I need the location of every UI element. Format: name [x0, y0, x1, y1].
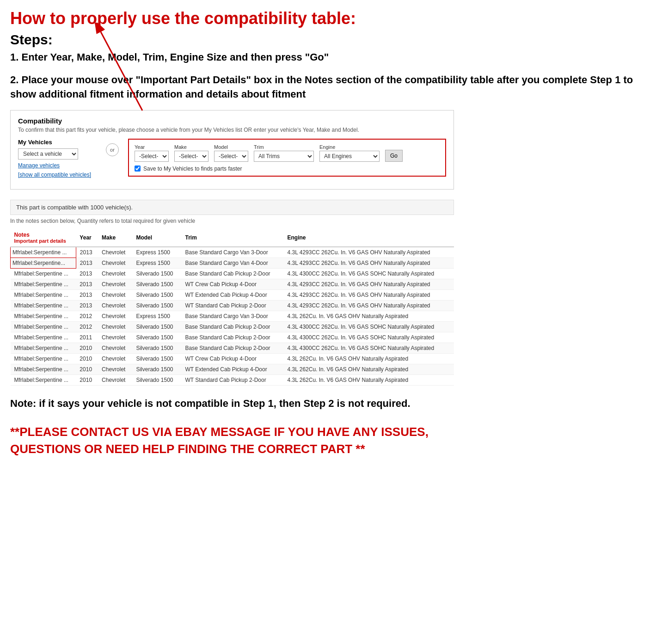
cell-make: Chevrolet — [98, 247, 132, 258]
cell-make: Chevrolet — [98, 374, 132, 385]
quantity-note: In the notes section below, Quantity ref… — [10, 218, 454, 224]
model-label: Model — [214, 144, 248, 150]
main-title: How to properly use the compatibility ta… — [10, 8, 658, 28]
table-row: Mfrlabel:Serpentine...2013ChevroletExpre… — [11, 258, 454, 268]
compat-info-bar: This part is compatible with 1000 vehicl… — [10, 200, 454, 215]
steps-label: Steps: — [10, 32, 658, 48]
cell-trim: Base Standard Cargo Van 3-Door — [182, 311, 284, 321]
cell-make: Chevrolet — [98, 258, 132, 268]
cell-model: Silverado 1500 — [132, 321, 181, 332]
year-make-section: Year -Select- Make -Select- Model -Selec… — [128, 139, 446, 177]
cell-year: 2012 — [76, 321, 98, 332]
make-field-group: Make -Select- — [174, 144, 208, 162]
trim-field-group: Trim All Trims — [254, 144, 314, 162]
cell-model: Silverado 1500 — [132, 374, 181, 385]
cell-engine: 4.3L 262Cu. In. V6 GAS OHV Naturally Asp… — [283, 364, 454, 374]
or-circle: or — [106, 143, 119, 156]
cell-engine: 4.3L 4300CC 262Cu. In. V6 GAS SOHC Natur… — [283, 343, 454, 353]
model-field-group: Model -Select- — [214, 144, 248, 162]
save-checkbox[interactable] — [135, 166, 141, 172]
step1-text: 1. Enter Year, Make, Model, Trim, Engine… — [10, 50, 658, 65]
cell-year: 2013 — [76, 279, 98, 289]
cell-make: Chevrolet — [98, 300, 132, 311]
manage-vehicles-link[interactable]: Manage vehicles — [18, 162, 97, 169]
notes-cell: Mfrlabel:Serpentine ... — [11, 353, 76, 364]
table-row: Mfrlabel:Serpentine ...2012ChevroletExpr… — [11, 311, 454, 321]
my-vehicles-section: My Vehicles Select a vehicle Manage vehi… — [18, 139, 97, 178]
year-label: Year — [135, 144, 169, 150]
make-label: Make — [174, 144, 208, 150]
cell-engine: 4.3L 4293CC 262Cu. In. V6 GAS OHV Natura… — [283, 279, 454, 289]
cell-engine: 4.3L 4300CC 262Cu. In. V6 GAS SOHC Natur… — [283, 332, 454, 343]
cell-year: 2013 — [76, 247, 98, 258]
cell-make: Chevrolet — [98, 321, 132, 332]
cell-trim: WT Standard Cab Pickup 2-Door — [182, 300, 284, 311]
go-button[interactable]: Go — [385, 150, 403, 162]
cell-make: Chevrolet — [98, 332, 132, 343]
cell-engine: 4.3L 262Cu. In. V6 GAS OHV Naturally Asp… — [283, 374, 454, 385]
cell-engine: 4.3L 262Cu. In. V6 GAS OHV Naturally Asp… — [283, 311, 454, 321]
cell-trim: Base Standard Cab Pickup 2-Door — [182, 343, 284, 353]
year-field-group: Year -Select- — [135, 144, 169, 162]
cell-engine: 4.3L 4293CC 262Cu. In. V6 GAS OHV Natura… — [283, 258, 454, 268]
compatibility-box: Compatibility To confirm that this part … — [10, 110, 454, 190]
cell-trim: WT Extended Cab Pickup 4-Door — [182, 289, 284, 300]
table-row: Mfrlabel:Serpentine ...2010ChevroletSilv… — [11, 374, 454, 385]
notes-sub-label: Important part details — [14, 238, 73, 244]
cell-trim: WT Extended Cab Pickup 4-Door — [182, 364, 284, 374]
col-trim: Trim — [182, 229, 284, 247]
contact-section: **PLEASE CONTACT US VIA EBAY MESSAGE IF … — [10, 423, 454, 457]
cell-year: 2010 — [76, 343, 98, 353]
cell-year: 2013 — [76, 258, 98, 268]
cell-year: 2011 — [76, 332, 98, 343]
cell-make: Chevrolet — [98, 364, 132, 374]
cell-make: Chevrolet — [98, 343, 132, 353]
cell-model: Silverado 1500 — [132, 353, 181, 364]
cell-model: Silverado 1500 — [132, 364, 181, 374]
cell-year: 2013 — [76, 300, 98, 311]
model-select[interactable]: -Select- — [214, 151, 248, 162]
cell-model: Silverado 1500 — [132, 279, 181, 289]
cell-make: Chevrolet — [98, 268, 132, 279]
compat-subtitle: To confirm that this part fits your vehi… — [18, 127, 446, 133]
table-row: Mfrlabel:Serpentine ...2013ChevroletSilv… — [11, 279, 454, 289]
table-row: Mfrlabel:Serpentine ...2011ChevroletSilv… — [11, 332, 454, 343]
cell-trim: WT Crew Cab Pickup 4-Door — [182, 353, 284, 364]
engine-select[interactable]: All Engines — [319, 151, 380, 162]
table-row: Mfrlabel:Serpentine ...2010ChevroletSilv… — [11, 364, 454, 374]
table-row: Mfrlabel:Serpentine ...2012ChevroletSilv… — [11, 321, 454, 332]
step2-text: 2. Place your mouse over "Important Part… — [10, 73, 658, 102]
cell-engine: 4.3L 4293CC 262Cu. In. V6 GAS OHV Natura… — [283, 247, 454, 258]
select-vehicle-dropdown[interactable]: Select a vehicle — [18, 148, 78, 159]
notes-cell: Mfrlabel:Serpentine ... — [11, 300, 76, 311]
table-row: Mfrlabel:Serpentine ...2010ChevroletSilv… — [11, 353, 454, 364]
cell-model: Silverado 1500 — [132, 268, 181, 279]
show-compatible-link[interactable]: [show all compatible vehicles] — [18, 172, 97, 178]
trim-select[interactable]: All Trims — [254, 151, 314, 162]
compat-title: Compatibility — [18, 117, 446, 125]
table-row: Mfrlabel:Serpentine ...2013ChevroletSilv… — [11, 300, 454, 311]
notes-cell: Mfrlabel:Serpentine... — [11, 258, 76, 268]
year-select[interactable]: -Select- — [135, 151, 169, 162]
notes-cell: Mfrlabel:Serpentine ... — [11, 321, 76, 332]
cell-model: Silverado 1500 — [132, 332, 181, 343]
table-row: Mfrlabel:Serpentine ...2013ChevroletExpr… — [11, 247, 454, 258]
cell-year: 2010 — [76, 364, 98, 374]
notes-cell: Mfrlabel:Serpentine ... — [11, 332, 76, 343]
notes-cell: Mfrlabel:Serpentine ... — [11, 374, 76, 385]
cell-trim: WT Standard Cab Pickup 2-Door — [182, 374, 284, 385]
col-make: Make — [98, 229, 132, 247]
cell-model: Silverado 1500 — [132, 289, 181, 300]
cell-make: Chevrolet — [98, 289, 132, 300]
make-select[interactable]: -Select- — [174, 151, 208, 162]
cell-year: 2010 — [76, 374, 98, 385]
notes-cell: Mfrlabel:Serpentine ... — [11, 311, 76, 321]
cell-model: Silverado 1500 — [132, 300, 181, 311]
compat-table: Notes Important part details Year Make M… — [10, 229, 454, 386]
notes-cell: Mfrlabel:Serpentine ... — [11, 268, 76, 279]
cell-year: 2012 — [76, 311, 98, 321]
engine-field-group: Engine All Engines — [319, 144, 380, 162]
cell-make: Chevrolet — [98, 311, 132, 321]
cell-trim: Base Standard Cargo Van 3-Door — [182, 247, 284, 258]
table-header-row: Notes Important part details Year Make M… — [11, 229, 454, 247]
